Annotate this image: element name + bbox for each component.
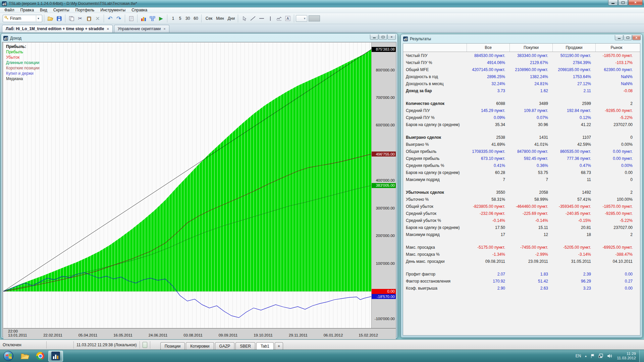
table-row[interactable]: Профит фактор2.071.832.390.00 <box>403 270 640 278</box>
table-row[interactable]: Средний П/У145.29 пункт.109.87 пункт.192… <box>403 107 640 114</box>
volume-icon[interactable] <box>607 354 612 358</box>
menu-item-4[interactable]: Скрипты <box>50 7 72 13</box>
period-button-сек[interactable]: Сек <box>204 14 214 23</box>
table-row[interactable]: Доходность в год2896.25%1382.24%1753.64%… <box>403 73 640 80</box>
table-row[interactable]: Макс. просадка-5175.00 пункт.-7455.00 пу… <box>403 244 640 251</box>
workspace-tab-позиции[interactable]: Позиции <box>160 342 185 350</box>
menu-item-6[interactable]: Инструменты <box>97 7 128 13</box>
maximize-button[interactable] <box>618 0 628 5</box>
table-row[interactable]: Чистый П/У884530.00 пункт.383340.00 пунк… <box>403 52 640 59</box>
network-icon[interactable] <box>598 354 604 358</box>
table-row[interactable]: Средний П/У %0.09%0.07%0.12%-5.22% <box>403 114 640 121</box>
redo-icon[interactable]: ↷ <box>114 14 123 23</box>
table-row[interactable]: Общая прибыль1708335.00 пункт.847800.00 … <box>403 148 640 155</box>
tray-expand-icon[interactable]: ▲ <box>584 355 587 358</box>
table-row[interactable]: Доходность в месяц32.24%24.81%27.12%NaN% <box>403 80 640 87</box>
table-row[interactable]: Максимум подряд1712182 <box>403 231 640 238</box>
timeframe-button-30[interactable]: 30 <box>184 14 191 23</box>
table-row[interactable]: Коэф. выигрыша2.902.633.230.00 <box>403 285 640 292</box>
cut-icon[interactable]: ✂ <box>76 14 85 23</box>
table-row[interactable]: Выиграно сделок2538143111070 <box>403 134 640 141</box>
chart-icon[interactable] <box>139 14 148 23</box>
vline-icon[interactable] <box>266 14 275 23</box>
connection-combo[interactable]: Finam ▼ <box>3 15 42 22</box>
results-column-header-3[interactable]: Продажи <box>553 44 596 52</box>
paste-icon[interactable] <box>85 14 93 23</box>
results-column-header-2[interactable]: Покупки <box>510 44 553 52</box>
menu-item-5[interactable]: Портфель <box>72 7 98 13</box>
table-row[interactable]: День макс. просадки09.08.201123.09.20113… <box>403 258 640 265</box>
menu-item-3[interactable]: Вид <box>37 7 50 13</box>
hline-icon[interactable] <box>257 14 266 23</box>
workspace-tab-gazp[interactable]: GAZP <box>215 342 235 350</box>
chart-restore-button[interactable] <box>379 35 387 40</box>
style-combo[interactable]: ▼ <box>296 15 307 22</box>
taskbar-chrome-button[interactable] <box>33 351 48 362</box>
trendline-icon[interactable] <box>249 14 257 23</box>
table-row[interactable]: Средняя прибыль %0.41%0.36%0.47%0.00% <box>403 162 640 169</box>
chart-y-axis[interactable]: 800'000.00700'000.00600'000.00400'000.00… <box>371 43 396 328</box>
start-button[interactable] <box>3 351 13 361</box>
tab-close-icon[interactable]: × <box>163 27 165 31</box>
workspace-tab-котировки[interactable]: Котировки <box>186 342 214 350</box>
chart-plot-area[interactable]: Прибыль: ПрибыльУбытокДлинные позицииКор… <box>3 43 371 328</box>
table-row[interactable]: Фактор восстановления170.9251.4296.290.2… <box>403 278 640 285</box>
timeframe-button-60[interactable]: 60 <box>192 14 199 23</box>
show-desktop-button[interactable] <box>639 350 644 362</box>
document-tab-2[interactable]: Управление скриптами× <box>114 25 169 33</box>
results-close-button[interactable]: × <box>632 35 641 40</box>
add-workspace-tab-button[interactable]: + <box>275 342 283 350</box>
taskbar-tslab-button[interactable] <box>48 351 63 362</box>
table-row[interactable]: Общий MFE4207145.00 пункт.2108960.00 пун… <box>403 66 640 73</box>
table-row[interactable]: Убыточно %58.31%58.99%57.41%100.00% <box>403 196 640 203</box>
save-button[interactable] <box>55 14 63 23</box>
language-indicator[interactable]: EN <box>576 354 581 358</box>
copy-icon[interactable] <box>67 14 76 23</box>
table-row[interactable]: Убыточных сделок3550205814922 <box>403 189 640 196</box>
menu-item-2[interactable]: Правка <box>17 7 37 13</box>
table-row[interactable]: Средняя прибыль673.10 пункт.592.45 пункт… <box>403 155 640 162</box>
workspace-tab-sber[interactable]: SBER <box>235 342 255 350</box>
chart-window-titlebar[interactable]: Доход × <box>2 35 396 42</box>
table-row[interactable]: Средний убыток %-0.14%-0.14%-0.15%-5.22% <box>403 217 640 224</box>
delete-icon[interactable]: ✕ <box>93 14 102 23</box>
table-row[interactable]: Баров на сделку (в среднем)60.2853.7568.… <box>403 169 640 176</box>
results-column-header-4[interactable]: Рынок <box>596 44 637 52</box>
table-row[interactable]: Доход за бар3.731.622.11-0.08 <box>403 87 640 94</box>
taskbar-clock[interactable]: 11:29 11.03.2012 <box>617 352 636 360</box>
table-row[interactable]: Выиграно %41.69%41.01%42.59%0.00% <box>403 141 640 148</box>
results-restore-button[interactable] <box>624 35 632 40</box>
minimize-button[interactable] <box>608 0 618 5</box>
table-row[interactable]: Баров на сделку (в среднем)17.5015.1120.… <box>403 224 640 231</box>
color-swatch[interactable] <box>309 15 320 21</box>
chart-x-axis[interactable]: 22:0013.01.201122.02.201105.04.201116.05… <box>3 328 396 339</box>
document-tab-1[interactable]: Лаб: Hi_Lo_1M_trend edition + time stop … <box>2 25 113 33</box>
table-row[interactable]: Максимум подряд77110 <box>403 176 640 183</box>
table-row[interactable]: Средний убыток-232.06 пункт.-225.69 пунк… <box>403 210 640 217</box>
results-column-header-1[interactable]: Все <box>467 44 510 52</box>
period-button-мин[interactable]: Мин <box>215 14 225 23</box>
results-window-titlebar[interactable]: Результаты × <box>402 35 641 43</box>
open-file-button[interactable] <box>46 14 55 23</box>
close-button[interactable]: × <box>628 0 643 5</box>
timeframe-button-1[interactable]: 1 <box>170 14 176 23</box>
timeframe-button-5[interactable]: 5 <box>177 14 183 23</box>
workspace-tab-tab1[interactable]: Tab1 <box>256 342 274 350</box>
period-button-дни[interactable]: Дни <box>226 14 236 23</box>
tab-close-icon[interactable]: × <box>107 27 109 31</box>
notes-icon[interactable] <box>143 342 147 348</box>
text-icon[interactable]: A <box>283 14 292 23</box>
chart-minimize-button[interactable] <box>370 35 378 40</box>
taskbar-explorer-button[interactable] <box>17 351 32 362</box>
table-row[interactable]: Макс. просадка %-1.34%-2.99%-3.14%-388.4… <box>403 251 640 258</box>
menu-item-7[interactable]: Справка <box>128 7 150 13</box>
action-center-flag-icon[interactable] <box>590 354 595 358</box>
table-row[interactable]: Общий убыток-823805.00 пункт.-464460.00 … <box>403 203 640 210</box>
cursor-icon[interactable] <box>240 14 249 23</box>
chart-close-button[interactable]: × <box>387 35 396 40</box>
table-row[interactable]: Баров на сделку (в среднем)35.3430.9641.… <box>403 121 640 128</box>
properties-icon[interactable] <box>127 14 136 23</box>
undo-icon[interactable]: ↶ <box>106 14 114 23</box>
menu-item-1[interactable]: Файл <box>1 7 17 13</box>
results-minimize-button[interactable] <box>615 35 623 40</box>
